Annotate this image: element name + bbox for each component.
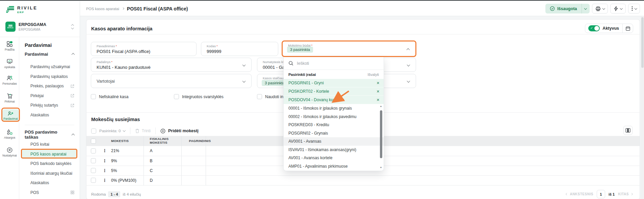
row-checkbox[interactable] <box>91 148 96 153</box>
page-scrollbar-thumb[interactable] <box>641 17 644 68</box>
actions-flash-button[interactable] <box>610 4 626 13</box>
dropdown-option[interactable]: POSGRN02 - Grynais <box>284 129 384 138</box>
sidebar-item[interactable]: Pardavimų sąskaitos <box>19 72 80 82</box>
cell-mokestis: 5% <box>109 166 144 175</box>
cell-pagrindinis <box>181 146 206 156</box>
sidebar-item[interactable]: Prekės, paslaugos <box>19 81 80 91</box>
current-page-button[interactable]: 1 <box>597 190 605 198</box>
next-page-button[interactable]: KITAS <box>618 192 633 196</box>
active-toggle-group: ✓ Aktyvus <box>585 24 633 33</box>
dropdown-option[interactable]: AV0001 - Avansas <box>284 137 384 146</box>
sidebar-item[interactable]: POS kasos aparatai <box>21 149 77 159</box>
sidebar-item[interactable]: Ataskaitos <box>19 178 80 188</box>
cart-icon <box>7 93 12 99</box>
row-kebab-icon[interactable]: ⋮ <box>100 146 109 156</box>
print-button[interactable] <box>592 4 608 13</box>
sidebar-item[interactable]: Ataskaitos <box>19 110 80 120</box>
sidebar-item[interactable]: Pirkėjų sutartys <box>19 101 80 110</box>
selected-count-label[interactable]: Pasirinkta: 0 <box>99 129 121 133</box>
rail-item-apskaita[interactable]: Apskaita <box>0 59 19 69</box>
prev-page-button[interactable]: ANKSTESNIS <box>566 192 593 196</box>
column-settings-button[interactable] <box>623 126 633 135</box>
scroll-down-icon[interactable]: ▼ <box>380 166 382 169</box>
vartotojai-placeholder: Vartotojai <box>97 79 115 84</box>
select-all-checkbox[interactable] <box>91 129 96 134</box>
selected-item[interactable]: POSDOV04 - Dovanų kuponas ✕ <box>284 96 384 104</box>
saved-status-button[interactable]: Išsaugota <box>545 4 589 13</box>
scrollbar-thumb[interactable] <box>380 110 382 158</box>
cell-fiskalinis: B <box>144 156 181 166</box>
lightning-icon <box>614 6 618 11</box>
saved-dropdown-caret[interactable] <box>582 4 590 13</box>
row-checkbox[interactable] <box>91 178 96 183</box>
delete-button[interactable]: Trinti <box>142 129 151 133</box>
sidebar-item[interactable]: POS <box>19 188 80 198</box>
dropdown-search[interactable]: Ieškoti <box>284 57 384 70</box>
company-switcher[interactable]: RIVILE ERPOSGAMA ERPOSGAMA <box>5 22 75 32</box>
row-checkbox[interactable] <box>91 168 96 173</box>
dropdown-option[interactable]: ISVAV01 - Išmokamas avansas(gryni) <box>284 146 384 154</box>
mokejimo-budai-field[interactable]: Mokėjimo būdai* 3 pasirinkta <box>282 40 416 57</box>
selected-item[interactable]: POSGRN01 - Gryni ✕ <box>284 79 384 87</box>
sidebar-item[interactable]: POS kvitai <box>19 140 80 149</box>
remove-item-icon[interactable]: ✕ <box>377 98 380 102</box>
sidebar-item[interactable]: Pirkėjai <box>19 91 80 101</box>
col-mokestis: MOKESTIS <box>109 136 144 146</box>
rows-range-chip: 1 - 4 <box>108 191 120 197</box>
dropdown-option[interactable]: 00001 - Išmokos ir įplaukos grynais <box>284 104 384 113</box>
rail-item-pradzia[interactable]: Pradžia <box>0 41 19 51</box>
rail-item-atsargos[interactable]: Atsargos <box>0 129 19 139</box>
row-kebab-icon[interactable]: ⋮ <box>100 166 109 175</box>
padalinys-field[interactable]: Padalinys* KUN01 - Kauno parduotuvė <box>91 58 252 72</box>
row-kebab-icon[interactable]: ⋮ <box>100 156 109 166</box>
sidebar: RIVILE ERP RIVILE ERPOSGAMA ERPOSGAMA Pr… <box>0 1 80 199</box>
row-kebab-icon[interactable]: ⋮ <box>100 175 109 185</box>
breadcrumb-parent[interactable]: POS kasos aparatai <box>86 7 119 11</box>
dropdown-option[interactable]: 00002 - Išmokos ir įplaukos pavedimu <box>284 113 384 121</box>
sidebar-group-pos[interactable]: POS pardavimo taškas <box>25 130 74 140</box>
pavadinimas-field[interactable]: Pavadinimas* POS01 Fiscal (ASPA office) <box>91 42 197 56</box>
cell-pagrindinis <box>181 166 206 175</box>
vartotojai-field[interactable]: Vartotojai <box>91 74 252 88</box>
option-checkbox[interactable]: Nefiskalinė kasa <box>91 94 174 99</box>
active-toggle[interactable]: ✓ <box>588 25 600 31</box>
row-checkbox[interactable] <box>91 158 96 163</box>
rail-item-pardavimai[interactable]: Pardavimai <box>2 109 19 121</box>
rail-item-nustatymai[interactable]: Nustatymai <box>0 147 19 157</box>
cell-pagrindinis <box>181 156 206 166</box>
check-circle-icon <box>550 6 555 11</box>
sidebar-group1-items: Pardavimų užsakymai Pardavimų sąskaitos <box>19 62 80 120</box>
checkbox-icon[interactable] <box>257 94 262 99</box>
dropdown-option[interactable]: POSKRED03 - Kreditu <box>284 121 384 129</box>
card-header-divider <box>86 34 640 34</box>
remove-item-icon[interactable]: ✕ <box>377 89 380 94</box>
sidebar-item[interactable]: Pardavimų užsakymai <box>19 62 80 72</box>
company-updown-icon <box>72 24 74 29</box>
rail-item-personalas[interactable]: Personalas <box>0 75 19 85</box>
company-badge-text: RIVILE <box>7 27 14 29</box>
nav-rail: Pradžia Apskaita Personalas Pirkimai Par… <box>0 37 19 199</box>
cell-fiskalinis: D <box>144 175 181 185</box>
sidebar-item[interactable]: POS barkodo taisyklės <box>19 159 80 169</box>
selected-item[interactable]: POSKORT02 - Kortele ✕ <box>284 87 384 96</box>
remove-item-icon[interactable]: ✕ <box>377 81 380 85</box>
sidebar-item[interactable]: Išoriniai atsargų likučiai <box>19 169 80 178</box>
more-menu-button[interactable] <box>628 4 640 13</box>
selected-items-list: POSGRN01 - Gryni ✕ POSKORT02 - Kortele ✕… <box>284 79 384 104</box>
dropdown-option[interactable]: AV001 - Avansas kortele <box>284 154 384 162</box>
calendar-button[interactable] <box>623 24 633 33</box>
kodas-field[interactable]: Kodas* 999999 <box>201 42 278 56</box>
rail-item-pirkimai[interactable]: Pirkimai <box>0 93 19 103</box>
add-tax-button[interactable]: Pridėti mokestį <box>168 129 199 133</box>
page-scrollbar[interactable] <box>641 16 644 199</box>
kodas-value: 999999 <box>207 49 221 54</box>
clear-all-button[interactable]: Išvalyti <box>367 73 379 77</box>
scroll-up-icon[interactable]: ▲ <box>380 105 382 108</box>
cell-mokestis: 21% <box>109 146 144 156</box>
header-checkbox[interactable] <box>91 139 96 144</box>
checkbox-icon[interactable] <box>174 94 179 99</box>
checkbox-icon[interactable] <box>91 94 96 99</box>
option-checkbox[interactable]: Integruotos svarstyklės <box>174 94 257 99</box>
sidebar-group-pardavimai[interactable]: Pardavimai <box>25 52 74 57</box>
dropdown-option[interactable]: AMP01 - Apvalinimas pirkimuose <box>284 162 384 171</box>
